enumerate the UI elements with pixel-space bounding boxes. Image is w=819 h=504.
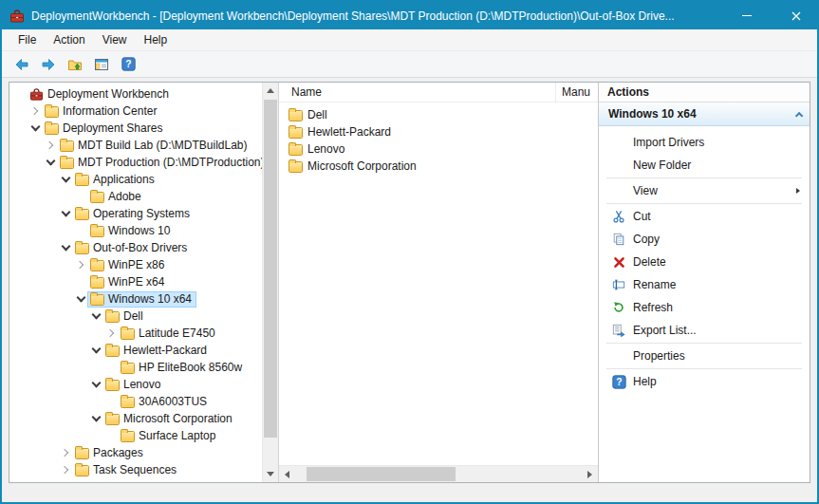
tree-item-winpe-x64[interactable]: WinPE x64 (9, 273, 262, 290)
expander-spacer (74, 273, 87, 290)
scrollbar-thumb[interactable] (264, 100, 277, 438)
help-button[interactable]: ? (116, 53, 140, 76)
scroll-down-button[interactable] (263, 466, 278, 482)
tree-item-deployment-workbench[interactable]: Deployment Workbench (9, 85, 262, 103)
action-view[interactable]: View (599, 179, 810, 202)
chevron-down-icon[interactable] (44, 154, 57, 171)
tree-item-30a6003tus[interactable]: 30A6003TUS (9, 393, 262, 410)
actions-separator (606, 177, 802, 178)
list-item-lenovo[interactable]: Lenovo (279, 140, 598, 158)
up-one-level-button[interactable] (63, 53, 87, 76)
actions-group-header[interactable]: Windows 10 x64 (599, 103, 810, 126)
action-properties[interactable]: Properties (599, 345, 810, 367)
tree-item-label: Windows 10 (108, 224, 170, 237)
chevron-right-icon[interactable] (59, 461, 72, 478)
show-console-tree-button[interactable] (89, 53, 114, 76)
tree-item-label: Windows 10 x64 (108, 292, 192, 306)
tree-item-content: Adobe (87, 189, 146, 205)
expander-spacer (74, 188, 87, 205)
delete-icon (611, 254, 626, 270)
navigation-pane: Deployment WorkbenchInformation CenterDe… (9, 83, 279, 482)
scrollbar-track[interactable] (295, 466, 582, 482)
tree-item-operating-systems[interactable]: Operating Systems (9, 205, 262, 222)
scroll-left-button[interactable] (279, 466, 295, 482)
tree-item-surface-laptop[interactable]: Surface Laptop (9, 427, 262, 444)
scrollbar-track[interactable] (263, 99, 278, 466)
tree-item-information-center[interactable]: Information Center (9, 103, 262, 120)
chevron-down-icon[interactable] (89, 308, 102, 325)
action-refresh[interactable]: Refresh (599, 296, 810, 319)
folder-icon (75, 175, 89, 186)
action-item-label: Copy (633, 233, 660, 246)
tree-item-hp-elitebook-8560w[interactable]: HP EliteBook 8560w (9, 359, 262, 376)
chevron-down-icon[interactable] (74, 290, 87, 308)
tree-item-windows-10[interactable]: Windows 10 (9, 222, 262, 239)
column-header-manu[interactable]: Manu (556, 83, 598, 102)
list-item-dell[interactable]: Dell (279, 106, 598, 123)
chevron-down-icon[interactable] (89, 376, 102, 393)
list-item-hewlett-packard[interactable]: Hewlett-Packard (279, 123, 598, 140)
tree-item-label: Surface Laptop (139, 429, 215, 442)
action-import-drivers[interactable]: Import Drivers (599, 131, 810, 154)
tree-item-microsoft-corporation[interactable]: Microsoft Corporation (9, 410, 262, 427)
tree-item-applications[interactable]: Applications (9, 171, 262, 188)
list-item-label: Lenovo (307, 142, 344, 156)
action-rename[interactable]: Rename (599, 273, 810, 296)
chevron-down-icon[interactable] (59, 171, 72, 188)
tree-item-label: HP EliteBook 8560w (139, 361, 242, 374)
chevron-down-icon[interactable] (59, 239, 72, 256)
tree-item-latitude-e7450[interactable]: Latitude E7450 (9, 325, 262, 342)
action-new-folder[interactable]: New Folder (599, 154, 810, 177)
tree-item-lenovo[interactable]: Lenovo (9, 376, 262, 393)
tree-item-hewlett-packard[interactable]: Hewlett-Packard (9, 342, 262, 359)
list-horizontal-scrollbar[interactable] (279, 465, 598, 482)
scroll-right-button[interactable] (582, 466, 598, 482)
back-button[interactable] (9, 53, 34, 76)
close-button[interactable] (774, 2, 817, 29)
action-delete[interactable]: Delete (599, 251, 810, 273)
forward-button[interactable] (36, 53, 61, 76)
tree-item-content: Latitude E7450 (118, 326, 220, 342)
action-help[interactable]: ?Help (599, 370, 810, 393)
tree-item-content: Dell (102, 308, 148, 325)
action-cut[interactable]: Cut (599, 205, 810, 228)
chevron-right-icon[interactable] (74, 256, 87, 273)
tree-item-deployment-shares[interactable]: Deployment Shares (9, 120, 262, 137)
chevron-down-icon[interactable] (89, 410, 102, 427)
column-header-name[interactable]: Name (279, 83, 556, 102)
menu-item-action[interactable]: Action (45, 29, 93, 50)
action-icon-spacer (611, 183, 626, 198)
minimize-button[interactable] (725, 2, 768, 29)
tree-item-content: MDT Production (D:\MDTProduction) (57, 155, 262, 171)
chevron-down-icon[interactable] (59, 205, 72, 222)
chevron-right-icon[interactable] (28, 103, 42, 120)
folder-icon (75, 448, 89, 459)
tree-item-packages[interactable]: Packages (9, 444, 262, 461)
tree-item-dell[interactable]: Dell (9, 308, 262, 325)
tree-item-adobe[interactable]: Adobe (9, 188, 262, 205)
menu-item-help[interactable]: Help (136, 29, 177, 50)
export-list-icon (611, 323, 626, 338)
tree-item-out-of-box-drivers[interactable]: Out-of-Box Drivers (9, 239, 262, 256)
tree-item-mdt-build-lab-d-mdtbuildlab[interactable]: MDT Build Lab (D:\MDTBuildLab) (9, 137, 262, 154)
tree-vertical-scrollbar[interactable] (262, 83, 278, 482)
scrollbar-thumb[interactable] (307, 467, 456, 481)
action-export-list[interactable]: Export List... (599, 319, 810, 342)
chevron-right-icon[interactable] (104, 325, 118, 342)
chevron-right-icon[interactable] (44, 137, 57, 154)
expander-spacer (104, 359, 118, 376)
tree-item-mdt-production-d-mdtproduction[interactable]: MDT Production (D:\MDTProduction) (9, 154, 262, 171)
chevron-down-icon[interactable] (89, 342, 102, 359)
chevron-down-icon[interactable] (28, 120, 42, 137)
chevron-right-icon[interactable] (59, 444, 72, 461)
tree-item-windows-10-x64[interactable]: Windows 10 x64 (9, 290, 262, 308)
list-item-microsoft-corporation[interactable]: Microsoft Corporation (279, 158, 598, 175)
tree-item-winpe-x86[interactable]: WinPE x86 (9, 256, 262, 273)
menu-item-view[interactable]: View (94, 29, 136, 50)
actions-separator (606, 368, 802, 369)
tree-item-task-sequences[interactable]: Task Sequences (9, 461, 262, 478)
action-copy[interactable]: Copy (599, 228, 810, 251)
actions-separator (606, 343, 802, 344)
menu-item-file[interactable]: File (9, 29, 45, 50)
scroll-up-button[interactable] (263, 83, 278, 99)
